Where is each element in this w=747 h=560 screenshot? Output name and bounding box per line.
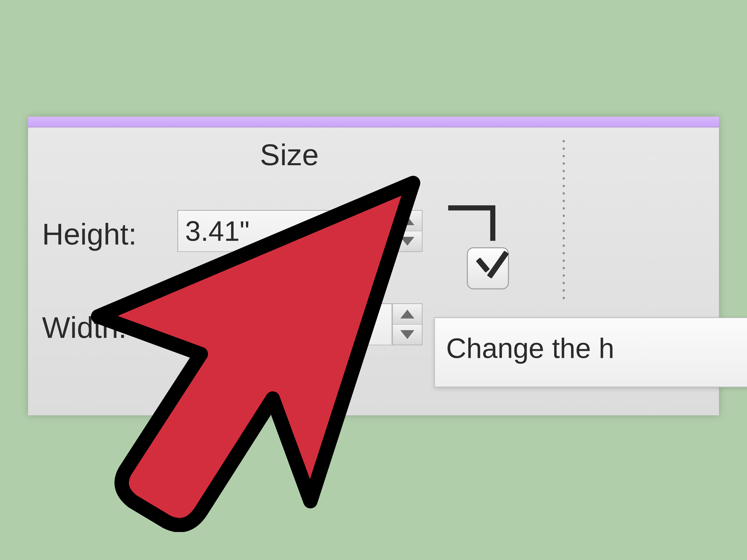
checkmark-icon (475, 248, 506, 283)
triangle-up-icon (400, 216, 414, 225)
aspect-lock-icon (448, 205, 495, 241)
height-decrement-button[interactable] (392, 231, 422, 252)
section-title-size: Size (28, 138, 551, 172)
width-input[interactable] (177, 303, 392, 345)
window-titlebar (28, 117, 719, 127)
height-input[interactable]: 3.41" (177, 210, 392, 252)
width-spinner (392, 303, 422, 345)
height-spinner (392, 210, 422, 252)
height-increment-button[interactable] (392, 210, 422, 231)
width-increment-button[interactable] (392, 303, 422, 324)
height-label: Height: (42, 217, 137, 251)
ribbon-group-separator (563, 140, 565, 303)
size-ribbon-panel: Size Height: 3.41" Width: Change the h (28, 117, 719, 415)
lock-aspect-checkbox[interactable] (467, 247, 509, 289)
width-label: Width: (42, 310, 127, 345)
triangle-down-icon (400, 330, 414, 339)
triangle-down-icon (400, 237, 414, 246)
width-decrement-button[interactable] (392, 324, 422, 345)
triangle-up-icon (400, 310, 414, 319)
tooltip: Change the h (434, 317, 747, 387)
